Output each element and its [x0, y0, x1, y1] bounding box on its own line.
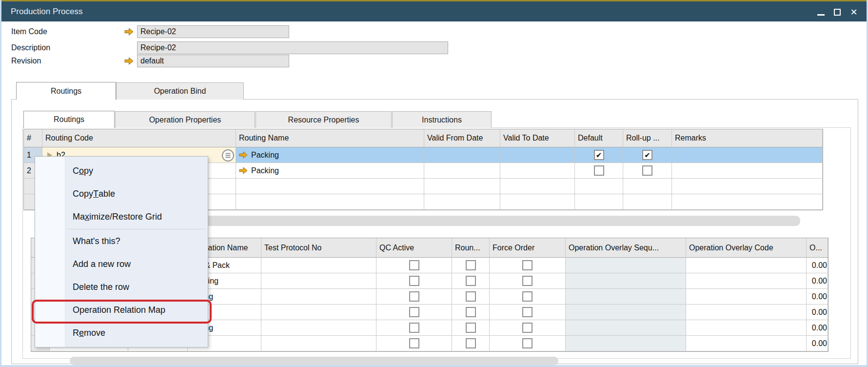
valid-from-date-cell[interactable]: [424, 179, 500, 194]
operation-overlay-code-cell[interactable]: [686, 289, 807, 305]
test-protocol-no-cell[interactable]: [261, 320, 376, 336]
tab-operation-bind[interactable]: Operation Bind: [116, 82, 244, 100]
link-arrow-icon[interactable]: [124, 28, 134, 36]
choose-from-list-button[interactable]: [221, 149, 235, 163]
tab-instructions[interactable]: Instructions: [392, 111, 492, 128]
routing-name-cell[interactable]: [236, 194, 424, 210]
link-arrow-icon[interactable]: [239, 167, 248, 174]
overlay-value-cell[interactable]: 0.00: [807, 336, 828, 351]
force-order-checkbox[interactable]: [522, 276, 533, 286]
valid-to-date-cell[interactable]: [500, 163, 575, 179]
overlay-value-cell[interactable]: 0.00: [807, 320, 828, 336]
rounding-checkbox[interactable]: [466, 307, 476, 317]
default-cell[interactable]: [575, 179, 623, 194]
remarks-cell[interactable]: [672, 179, 823, 194]
default-cell[interactable]: [575, 194, 623, 210]
tab-operation-properties[interactable]: Operation Properties: [115, 111, 255, 128]
minimize-button[interactable]: [812, 4, 829, 20]
default-checkbox[interactable]: ✔: [594, 150, 604, 160]
rounding-checkbox[interactable]: [466, 260, 476, 270]
qc-active-cell[interactable]: [376, 289, 452, 305]
rounding-cell[interactable]: [452, 305, 490, 320]
tab-routings-outer[interactable]: Routings: [16, 82, 116, 100]
overlay-value-cell[interactable]: 0.00: [807, 273, 828, 289]
operation-overlay-code-cell[interactable]: [686, 273, 807, 289]
revision-field[interactable]: default: [137, 55, 289, 67]
description-field[interactable]: Recipe-02: [137, 41, 448, 54]
test-protocol-no-cell[interactable]: [261, 289, 376, 305]
roll-up-cell[interactable]: [623, 194, 672, 210]
routing-name-cell[interactable]: Packing: [236, 163, 424, 179]
default-cell[interactable]: [575, 163, 623, 179]
qc-active-checkbox[interactable]: [409, 260, 419, 270]
force-order-cell[interactable]: [490, 320, 566, 336]
qc-active-cell[interactable]: [376, 305, 452, 320]
routing-name-cell[interactable]: Packing: [236, 147, 424, 163]
operation-overlay-code-cell[interactable]: [686, 258, 807, 273]
rounding-checkbox[interactable]: [466, 291, 476, 302]
rounding-cell[interactable]: [452, 289, 490, 305]
force-order-cell[interactable]: [490, 289, 566, 305]
roll-up-cell[interactable]: [623, 163, 672, 179]
maximize-button[interactable]: [829, 4, 846, 20]
title-bar[interactable]: Production Process ✕: [0, 0, 868, 21]
remarks-cell[interactable]: [672, 147, 823, 163]
test-protocol-no-cell[interactable]: [261, 273, 376, 289]
close-button[interactable]: ✕: [846, 4, 862, 20]
force-order-checkbox[interactable]: [522, 323, 533, 333]
rounding-cell[interactable]: [452, 273, 490, 289]
qc-active-cell[interactable]: [376, 258, 452, 273]
roll-up-checkbox[interactable]: ✔: [642, 150, 652, 160]
menu-item-maximize-restore-grid[interactable]: Maximize/Restore Grid: [35, 205, 208, 228]
valid-to-date-cell[interactable]: [500, 179, 575, 194]
force-order-checkbox[interactable]: [522, 338, 533, 348]
rounding-cell[interactable]: [452, 336, 490, 351]
menu-item-delete-the-row[interactable]: Delete the row: [35, 276, 208, 299]
remarks-cell[interactable]: [672, 194, 823, 210]
valid-to-date-cell[interactable]: [500, 194, 575, 210]
routing-name-cell[interactable]: [236, 179, 424, 194]
force-order-cell[interactable]: [490, 273, 566, 289]
roll-up-cell[interactable]: ✔: [623, 147, 672, 163]
qc-active-checkbox[interactable]: [409, 323, 419, 333]
qc-active-cell[interactable]: [376, 336, 452, 351]
menu-item-copy-table[interactable]: Copy Table: [35, 183, 208, 205]
force-order-checkbox[interactable]: [522, 307, 533, 317]
test-protocol-no-cell[interactable]: [261, 258, 376, 273]
rounding-checkbox[interactable]: [466, 338, 476, 348]
choose-from-list-icon[interactable]: [221, 149, 235, 162]
overlay-value-cell[interactable]: 0.00: [807, 258, 828, 273]
qc-active-checkbox[interactable]: [409, 291, 419, 302]
qc-active-checkbox[interactable]: [409, 276, 419, 286]
rounding-cell[interactable]: [452, 258, 490, 273]
force-order-cell[interactable]: [490, 258, 566, 273]
operation-overlay-code-cell[interactable]: [686, 305, 807, 320]
menu-item-remove[interactable]: Remove: [35, 322, 208, 345]
roll-up-cell[interactable]: [623, 179, 672, 194]
menu-item-add-a-new-row[interactable]: Add a new row: [35, 253, 208, 276]
rounding-checkbox[interactable]: [466, 276, 476, 286]
qc-active-cell[interactable]: [376, 273, 452, 289]
force-order-cell[interactable]: [490, 305, 566, 320]
qc-active-cell[interactable]: [376, 320, 452, 336]
qc-active-checkbox[interactable]: [409, 307, 419, 317]
rounding-cell[interactable]: [452, 320, 490, 336]
overlay-value-cell[interactable]: 0.00: [807, 289, 828, 305]
link-arrow-icon[interactable]: [239, 151, 248, 159]
overlay-value-cell[interactable]: 0.00: [807, 305, 828, 320]
valid-from-date-cell[interactable]: [424, 163, 500, 179]
remarks-cell[interactable]: [672, 163, 823, 179]
link-arrow-icon[interactable]: [124, 57, 134, 65]
test-protocol-no-cell[interactable]: [261, 305, 376, 320]
item-code-field[interactable]: Recipe-02: [137, 25, 289, 38]
force-order-checkbox[interactable]: [522, 291, 533, 302]
roll-up-checkbox[interactable]: [642, 165, 652, 176]
tab-resource-properties[interactable]: Resource Properties: [256, 111, 392, 128]
default-cell[interactable]: ✔: [575, 147, 623, 163]
qc-active-checkbox[interactable]: [409, 338, 419, 348]
default-checkbox[interactable]: [594, 165, 604, 176]
rounding-checkbox[interactable]: [466, 323, 476, 333]
operation-overlay-code-cell[interactable]: [686, 336, 807, 351]
link-arrow-icon[interactable]: [239, 167, 248, 174]
operation-overlay-code-cell[interactable]: [686, 320, 807, 336]
